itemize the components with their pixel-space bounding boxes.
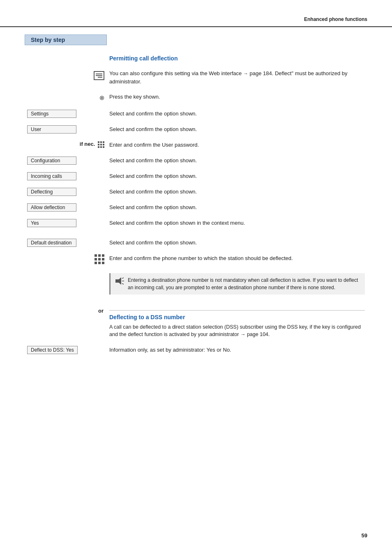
arrow-icon: → [243,70,248,77]
deflect-intro: A call can be deflected to a direct stat… [109,323,365,339]
section-heading-row: Permitting call deflection [25,50,367,68]
steps-table: Permitting call deflection You can also … [25,50,367,364]
page-header: Enhanced phone functions [0,0,392,27]
note-icon [115,277,125,285]
note-text: Entering a destination phone number is n… [128,276,361,291]
if-nec-label: if nec. [80,141,95,147]
settings-button[interactable]: Settings [27,110,76,118]
deflecting-button[interactable]: Deflecting [27,188,76,196]
configuration-button[interactable]: Configuration [27,157,76,165]
or-label: or [98,308,104,314]
section-divider [109,310,365,311]
main-content: Step by step Permitting call deflection … [0,35,392,364]
deflect-dss-instruction: Information only, as set by administrato… [107,344,367,356]
svg-marker-0 [115,277,121,285]
table-row: Enter and confirm the phone number to wh… [25,253,367,266]
book-icon [94,71,104,80]
step-by-step-label: Step by step [31,37,65,43]
svg-line-1 [122,278,124,279]
note-row: Entering a destination phone number is n… [25,270,367,298]
numpad-instruction: Enter and confirm the phone number to wh… [107,253,367,266]
yes-button[interactable]: Yes [27,219,76,227]
numpad-icon [95,254,104,264]
table-row: Deflecting Select and confirm the option… [25,186,367,198]
default-destination-button[interactable]: Default destination [27,239,76,247]
key-icon: ⎈ [99,93,104,102]
table-row: Yes Select and confirm the option shown … [25,217,367,229]
table-row: You can also configure this setting via … [25,68,367,87]
table-row: Deflect to DSS: Yes Information only, as… [25,344,367,356]
step-1-text: You can also configure this setting via … [107,68,367,87]
table-row: if nec. Enter and confirm the User passw… [25,139,367,151]
deflect-dss-button[interactable]: Deflect to DSS: Yes [27,346,78,354]
allow-deflection-button[interactable]: Allow deflection [27,203,76,212]
table-row: Incoming calls Select and confirm the op… [25,170,367,182]
page-number: 59 [362,532,367,539]
svg-line-3 [122,283,124,284]
table-row: Allow deflection Select and confirm the … [25,202,367,213]
table-row: Configuration Select and confirm the opt… [25,155,367,166]
ifnec-instruction: Enter and confirm the User password. [107,139,367,151]
header-title: Enhanced phone functions [304,16,367,22]
user-button[interactable]: User [27,125,76,134]
deflecting-to-dss-heading: Deflecting to a DSS number [109,313,365,322]
table-row: ⎈ Press the key shown. [25,91,367,104]
user-instruction: Select and confirm the option shown. [107,124,367,135]
deflecting-instruction: Select and confirm the option shown. [107,186,367,198]
table-row: Settings Select and confirm the option s… [25,108,367,120]
numpad-icon-small [98,141,104,148]
table-row: User Select and confirm the option shown… [25,124,367,135]
step-by-step-box: Step by step [25,35,107,45]
settings-instruction: Select and confirm the option shown. [107,108,367,120]
allow-deflection-instruction: Select and confirm the option shown. [107,202,367,213]
permitting-heading: Permitting call deflection [109,54,365,63]
table-row: Default destination Select and confirm t… [25,237,367,249]
yes-instruction: Select and confirm the option shown in t… [107,217,367,229]
note-box: Entering a destination phone number is n… [109,273,365,295]
incoming-calls-button[interactable]: Incoming calls [27,172,76,180]
step-2-text: Press the key shown. [107,91,367,104]
incoming-calls-instruction: Select and confirm the option shown. [107,170,367,182]
configuration-instruction: Select and confirm the option shown. [107,155,367,166]
or-row: or Deflecting to a DSS number A call can… [25,306,367,341]
default-destination-instruction: Select and confirm the option shown. [107,237,367,249]
